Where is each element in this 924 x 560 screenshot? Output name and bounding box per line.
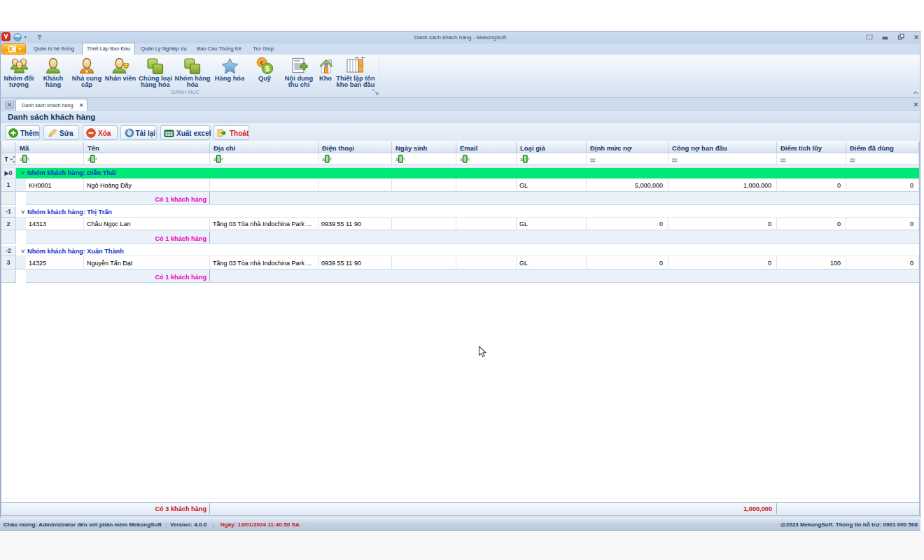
svg-text:a: a — [460, 157, 463, 162]
svg-text:$: $ — [265, 64, 270, 73]
svg-text:a: a — [322, 157, 325, 162]
svg-text:a: a — [520, 157, 523, 162]
svg-text:a: a — [88, 157, 90, 162]
svg-text:a: a — [396, 157, 398, 162]
svg-text:a: a — [214, 157, 216, 162]
svg-text:a: a — [20, 157, 22, 162]
